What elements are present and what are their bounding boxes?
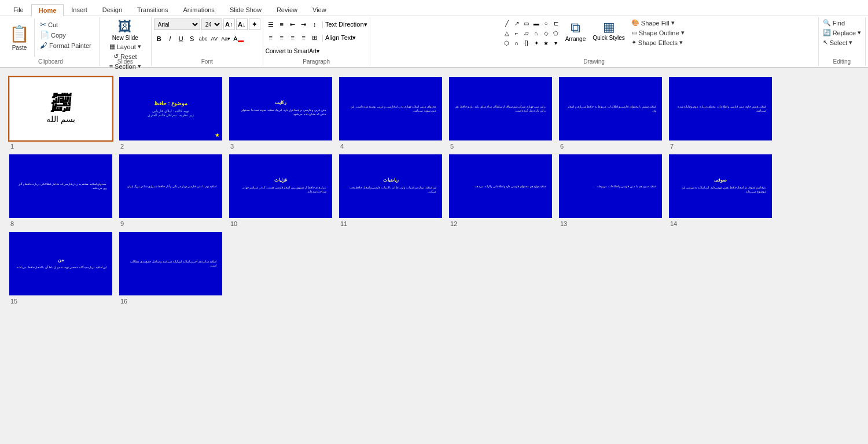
clipboard-actions: ✂ Cut 📄 Copy 🖌 Format Painter bbox=[35, 18, 97, 57]
slide-4[interactable]: محتوای متنی اسلاید چهارم به زبان فارسی و… bbox=[339, 77, 442, 140]
paste-button[interactable]: 📋 Paste bbox=[5, 18, 35, 57]
slide-14[interactable]: صوفی عرفان و تصوف در اشعار حافظ نقش مهمی… bbox=[669, 154, 772, 218]
arrange-button[interactable]: ⧉ Arrange bbox=[563, 18, 589, 43]
replace-button[interactable]: 🔄 Replace▾ bbox=[821, 28, 863, 37]
slide-10-title: غزلیات bbox=[274, 177, 287, 183]
shadow-button[interactable]: abc bbox=[198, 33, 209, 45]
clear-format-button[interactable]: ✦ bbox=[249, 18, 260, 30]
shape-hex[interactable]: ⬡ bbox=[502, 38, 512, 47]
shape-effects-button[interactable]: ✦ Shape Effects▾ bbox=[630, 38, 686, 47]
tab-home[interactable]: Home bbox=[31, 4, 64, 16]
slide-3[interactable]: رکایت متن عربی و فارسی در اینجا قرار دار… bbox=[229, 77, 332, 140]
bullets-button[interactable]: ☰ bbox=[266, 18, 276, 30]
tab-animations[interactable]: Animations bbox=[175, 3, 222, 16]
slide-thumb-2: موضوع : حافظ تهیه کالده : لیلای فاریابیز… bbox=[119, 77, 222, 150]
slide-13[interactable]: اسلاید سیزدهم با متن فارسی و اطلاعات مرب… bbox=[559, 154, 662, 218]
slide-thumb-11: ریاضیات این اسلاید درباره ریاضیات و ارتب… bbox=[339, 154, 442, 227]
shape-dia[interactable]: ◇ bbox=[542, 28, 551, 38]
slide-12[interactable]: اسلاید دوازدهم محتوای فارسی دارد و اطلاع… bbox=[449, 154, 552, 218]
shape-para[interactable]: ▱ bbox=[522, 28, 531, 38]
char-spacing-button[interactable]: AV bbox=[209, 33, 219, 45]
text-direction-button[interactable]: Text Direction▾ bbox=[325, 18, 367, 30]
shape-fill-button[interactable]: 🎨 Shape Fill▾ bbox=[630, 18, 686, 27]
columns-button[interactable]: ⊞ bbox=[310, 32, 320, 43]
shape-brace[interactable]: {} bbox=[522, 38, 531, 47]
select-button[interactable]: ↖ Select▾ bbox=[821, 38, 855, 47]
align-left-button[interactable]: ≡ bbox=[266, 32, 276, 43]
convert-smartart-button[interactable]: Convert to SmartArt▾ bbox=[266, 45, 319, 57]
shape-more[interactable]: ▾ bbox=[551, 38, 561, 47]
tab-file[interactable]: File bbox=[6, 3, 31, 16]
slide-2-star: ★ bbox=[215, 132, 220, 138]
strikethrough-button[interactable]: S bbox=[187, 33, 197, 45]
shape-arrow[interactable]: ↗ bbox=[512, 18, 521, 28]
shape-trap[interactable]: ⌂ bbox=[532, 28, 541, 38]
find-button[interactable]: 🔍 Find bbox=[821, 18, 847, 27]
italic-button[interactable]: I bbox=[165, 33, 175, 45]
bold-button[interactable]: B bbox=[154, 33, 164, 45]
slide-7[interactable]: اسلاید هفتم حاوی متن فارسی و اطلاعات مخت… bbox=[669, 77, 772, 140]
tab-insert[interactable]: Insert bbox=[64, 3, 95, 16]
slide-11[interactable]: ریاضیات این اسلاید درباره ریاضیات و ارتب… bbox=[339, 154, 442, 218]
slide-16-content: اسلاید شانزدهم آخرین اسلاید این ارائه می… bbox=[120, 233, 221, 294]
slide-8[interactable]: محتوای اسلاید هشتم به زبان فارسی که شامل… bbox=[9, 154, 112, 218]
shape-rect[interactable]: ▭ bbox=[522, 18, 531, 28]
align-text-button[interactable]: Align Text▾ bbox=[325, 32, 356, 43]
shrink-font-button[interactable]: A↓ bbox=[236, 18, 248, 30]
slide-5-content: در این سی چهارم شرکت تیم سیاق از سلطان س… bbox=[450, 78, 551, 139]
slide-16[interactable]: اسلاید شانزدهم آخرین اسلاید این ارائه می… bbox=[119, 232, 222, 295]
clipboard-group: 📋 Paste ✂ Cut 📄 Copy 🖌 Format Painter bbox=[2, 17, 100, 66]
increase-indent-button[interactable]: ⇥ bbox=[299, 18, 309, 30]
slide-14-content: صوفی عرفان و تصوف در اشعار حافظ نقش مهمی… bbox=[670, 156, 771, 217]
align-right-button[interactable]: ≡ bbox=[288, 32, 298, 43]
shape-star5[interactable]: ★ bbox=[542, 38, 551, 47]
numbering-button[interactable]: ≡ bbox=[277, 18, 287, 30]
font-name-select[interactable]: Arial bbox=[154, 18, 200, 30]
shape-line[interactable]: ╱ bbox=[502, 18, 512, 28]
shape-rect2[interactable]: ▬ bbox=[532, 18, 541, 28]
slide-9[interactable]: اسلاید نهم با متن فارسی درباره زندگی و آ… bbox=[119, 154, 222, 218]
font-color-button[interactable]: A bbox=[232, 33, 244, 45]
shape-ellipse[interactable]: ⊏ bbox=[551, 18, 561, 28]
decrease-indent-button[interactable]: ⇤ bbox=[288, 18, 298, 30]
font-size-select[interactable]: 24 bbox=[201, 18, 222, 30]
underline-button[interactable]: U bbox=[176, 33, 186, 45]
font-color-icon: A bbox=[233, 35, 243, 42]
quick-styles-button[interactable]: ▦ Quick Styles bbox=[590, 18, 627, 42]
shape-curve[interactable]: ∩ bbox=[512, 38, 521, 47]
slide-5[interactable]: در این سی چهارم شرکت تیم سیاق از سلطان س… bbox=[449, 77, 552, 140]
tab-view[interactable]: View bbox=[305, 3, 334, 16]
align-center-button[interactable]: ≡ bbox=[277, 32, 287, 43]
justify-button[interactable]: ≡ bbox=[299, 32, 309, 43]
cut-button[interactable]: ✂ Cut bbox=[38, 20, 93, 29]
shape-rt[interactable]: ⌐ bbox=[512, 28, 521, 38]
change-case-button[interactable]: Aa▾ bbox=[220, 33, 231, 45]
tab-slideshow[interactable]: Slide Show bbox=[222, 3, 269, 16]
shape-pent[interactable]: ⬠ bbox=[551, 28, 561, 38]
shape-tri[interactable]: △ bbox=[502, 28, 512, 38]
copy-icon: 📄 bbox=[40, 31, 49, 39]
layout-icon: ▦ bbox=[109, 43, 115, 50]
slide-6[interactable]: اسلاید ششم با محتوای فارسی و اطلاعات مرب… bbox=[559, 77, 662, 140]
slide-thumb-13: اسلاید سیزدهم با متن فارسی و اطلاعات مرب… bbox=[559, 154, 662, 227]
copy-button[interactable]: 📄 Copy bbox=[38, 30, 93, 40]
slide-15[interactable]: من این اسلاید درباره دیدگاه شخصی نویسنده… bbox=[9, 232, 112, 295]
layout-button[interactable]: ▦ Layout ▾ bbox=[108, 42, 143, 51]
slide-1[interactable]: ﷽ بسم الله bbox=[9, 77, 112, 140]
tab-design[interactable]: Design bbox=[95, 3, 130, 16]
format-painter-button[interactable]: 🖌 Format Painter bbox=[38, 40, 93, 50]
slide-15-content: من این اسلاید درباره دیدگاه شخصی نویسنده… bbox=[10, 233, 111, 294]
tab-review[interactable]: Review bbox=[269, 3, 305, 16]
shape-circle[interactable]: ○ bbox=[542, 18, 551, 28]
line-spacing-button[interactable]: ↕ bbox=[310, 18, 320, 30]
new-slide-button[interactable]: 🖼 New Slide bbox=[112, 18, 138, 41]
shape-outline-button[interactable]: ▭ Shape Outline▾ bbox=[630, 28, 686, 37]
slide-15-title: من bbox=[58, 257, 64, 262]
para-row1: ☰ ≡ ⇤ ⇥ ↕ | Text Direction▾ bbox=[266, 18, 367, 30]
slide-thumb-10: غزلیات غزل‌های حافظ از مشهورترین اشعار ف… bbox=[229, 154, 332, 227]
grow-font-button[interactable]: A↑ bbox=[223, 18, 235, 30]
shape-star4[interactable]: ✦ bbox=[532, 38, 541, 47]
slide-10[interactable]: غزلیات غزل‌های حافظ از مشهورترین اشعار ف… bbox=[229, 154, 332, 218]
slide-2[interactable]: موضوع : حافظ تهیه کالده : لیلای فاریابیز… bbox=[119, 77, 222, 140]
tab-transitions[interactable]: Transitions bbox=[130, 3, 175, 16]
